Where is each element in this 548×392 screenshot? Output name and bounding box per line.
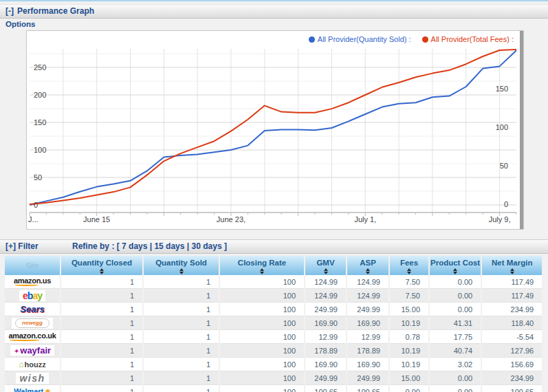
options-link[interactable]: Options (6, 20, 35, 28)
svg-text:200: 200 (34, 91, 46, 99)
cell-net-margin: 156.69 (482, 358, 542, 371)
cell-fees: 10.19 (390, 344, 428, 358)
cell-quantity-sold: 1 (144, 344, 219, 358)
column-header-product-cost[interactable]: Product Cost (430, 256, 481, 275)
svg-text:100: 100 (496, 123, 508, 131)
sort-icon[interactable] (62, 268, 142, 274)
cell-quantity-closed: 1 (61, 316, 142, 330)
legend-label: All Provider(Quantity Sold) : (318, 35, 411, 43)
cell-fees: 10.19 (390, 358, 428, 371)
svg-text:250: 250 (34, 63, 46, 72)
chart-legend: All Provider(Quantity Sold) :All Provide… (309, 35, 514, 43)
table-row-newegg: newegg11100169.90169.9010.1941.31118.40 (5, 316, 542, 330)
cell-quantity-sold: 1 (144, 316, 219, 330)
svg-text:June 23,: June 23, (217, 215, 245, 224)
cell-product-cost: 40.74 (430, 344, 481, 358)
cell-asp: 12.99 (347, 330, 388, 344)
cell-quantity-closed: 1 (61, 303, 142, 316)
column-label: Site (26, 261, 39, 270)
sort-icon[interactable] (483, 268, 541, 274)
performance-graph-header[interactable]: [-]Performance Graph (0, 4, 548, 19)
cell-asp: 178.89 (347, 344, 388, 358)
walmart-spark-icon: ✱ (45, 388, 50, 392)
cell-quantity-sold: 1 (144, 303, 219, 316)
column-header-quantity-sold[interactable]: Quantity Sold (144, 256, 219, 275)
performance-chart: 050100150200250050100150J...June 15June … (27, 31, 523, 229)
chart-panel: 050100150200250050100150J...June 15June … (26, 30, 524, 230)
sort-icon[interactable] (348, 268, 388, 274)
refine-label: Refine by : [ (72, 241, 122, 251)
cell-fees: 10.19 (390, 316, 428, 330)
column-header-quantity-closed[interactable]: Quantity Closed (61, 256, 142, 275)
sort-icon[interactable] (430, 268, 480, 274)
column-header-net-margin[interactable]: Net Margin (482, 256, 542, 275)
refine-link-7-days[interactable]: 7 days (122, 241, 147, 251)
cell-product-cost: 3.02 (430, 358, 481, 371)
cell-quantity-closed: 1 (61, 275, 142, 289)
table-row-amazon-us: amazon.us11100124.99124.997.500.00117.49 (5, 275, 542, 289)
sort-icon[interactable] (391, 268, 428, 274)
cell-asp: 124.99 (347, 275, 388, 289)
column-label: ASP (360, 259, 376, 267)
column-header-fees[interactable]: Fees (390, 256, 428, 275)
cell-quantity-closed: 1 (61, 385, 142, 392)
cell-gmv: 100.65 (305, 385, 346, 392)
legend-label: All Provider(Total Fees) : (431, 35, 514, 43)
cell-gmv: 249.99 (305, 303, 346, 316)
site-cell: wish (5, 371, 60, 385)
site-cell: ✦wayfair (5, 344, 60, 358)
site-cell: amazon.us (5, 275, 60, 289)
amazon-co-uk-logo: amazon.co.uk (5, 331, 59, 342)
cell-gmv: 124.99 (305, 275, 346, 289)
sort-icon[interactable] (144, 268, 218, 274)
expand-toggle-icon[interactable]: [+] (6, 241, 16, 251)
svg-text:50: 50 (34, 173, 42, 182)
cell-closing-rate: 100 (220, 289, 304, 303)
wayfair-logo: ✦wayfair (10, 345, 54, 356)
sort-icon[interactable] (306, 268, 345, 274)
table-row-amazon-co-uk: amazon.co.uk1110012.9912.990.7817.75-5.5… (5, 330, 542, 344)
amazon-us-logo: amazon.us (10, 276, 54, 287)
column-header-gmv[interactable]: GMV (305, 256, 346, 275)
cell-product-cost: 0.00 (430, 385, 481, 392)
cell-gmv: 249.99 (305, 371, 346, 385)
svg-text:July 9,: July 9, (489, 215, 511, 224)
svg-text:150: 150 (496, 85, 508, 93)
cell-product-cost: 41.31 (430, 316, 481, 330)
cell-quantity-sold: 1 (144, 358, 219, 371)
svg-text:50: 50 (500, 162, 508, 170)
walmart-logo: Walmart✱ (10, 387, 54, 392)
sort-icon[interactable] (221, 268, 303, 274)
cell-gmv: 124.99 (305, 289, 346, 303)
cell-closing-rate: 100 (220, 385, 304, 392)
cell-net-margin: 234.99 (482, 371, 542, 385)
cell-asp: 169.90 (347, 358, 388, 371)
cell-asp: 169.90 (347, 316, 388, 330)
svg-text:100: 100 (34, 146, 46, 154)
filter-bar: [+] Filter Refine by : [ 7 days | 15 day… (0, 239, 548, 254)
refine-separator: | (184, 241, 191, 251)
cell-net-margin: 234.99 (482, 303, 542, 316)
refine-link-15-days[interactable]: 15 days (154, 241, 184, 251)
cell-fees: 15.00 (390, 371, 428, 385)
amazon-smile-icon (15, 284, 39, 286)
collapse-toggle-icon[interactable]: [-] (6, 6, 14, 16)
column-header-closing-rate[interactable]: Closing Rate (220, 256, 304, 275)
refine-link-30-days[interactable]: 30 days (192, 241, 222, 251)
cell-fees: 0.00 (390, 385, 428, 392)
cell-net-margin: 117.49 (482, 289, 542, 303)
column-label: Product Cost (430, 259, 480, 267)
chart-scrollbar[interactable] (520, 31, 523, 229)
cell-asp: 124.99 (347, 289, 388, 303)
top-accent-line (0, 0, 548, 1)
column-label: Fees (400, 259, 418, 267)
cell-product-cost: 0.00 (430, 303, 481, 316)
table-row-wish: wish11100249.99249.9915.000.00234.99 (5, 371, 542, 385)
cell-quantity-sold: 1 (144, 371, 219, 385)
cell-quantity-closed: 1 (61, 330, 142, 344)
filter-toggle[interactable]: [+] Filter (6, 241, 39, 251)
legend-dot-icon (309, 36, 315, 43)
site-cell: Sears (5, 303, 60, 316)
refine-by: Refine by : [ 7 days | 15 days | 30 days… (72, 241, 227, 251)
column-header-asp[interactable]: ASP (347, 256, 388, 275)
